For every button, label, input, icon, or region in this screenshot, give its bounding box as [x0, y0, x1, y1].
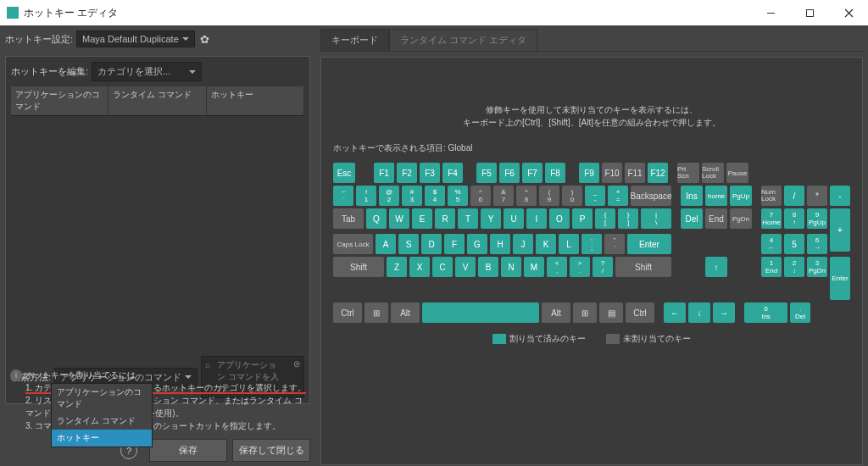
key-caps[interactable]: Caps Lock: [333, 234, 373, 254]
key-up[interactable]: ↑: [705, 257, 727, 277]
save-button[interactable]: 保存: [149, 439, 227, 462]
key-n[interactable]: N: [501, 257, 521, 277]
key-f12[interactable]: F12: [648, 163, 668, 183]
key-left[interactable]: ←: [664, 302, 686, 323]
key-r[interactable]: R: [435, 208, 455, 229]
dropdown-opt-runtime[interactable]: ランタイム コマンド: [52, 413, 152, 430]
key-1[interactable]: !1: [356, 186, 376, 206]
key-lctrl[interactable]: Ctrl: [333, 302, 362, 323]
key-numlock[interactable]: Num Lock: [761, 186, 782, 206]
key-8[interactable]: *8: [516, 186, 537, 206]
key-0[interactable]: )0: [562, 186, 582, 206]
key-x[interactable]: X: [409, 257, 430, 277]
key-6[interactable]: ^6: [470, 186, 491, 206]
key-z[interactable]: Z: [387, 257, 407, 277]
key-space[interactable]: [422, 302, 539, 323]
key-rwin[interactable]: ⊞: [573, 302, 597, 323]
gear-icon[interactable]: ✿: [198, 32, 212, 46]
key-np9[interactable]: 9PgUp: [807, 208, 827, 229]
dropdown-opt-hotkey[interactable]: ホットキー: [52, 430, 152, 447]
key-equals[interactable]: +=: [608, 186, 628, 206]
key-3[interactable]: #3: [402, 186, 422, 206]
key-t[interactable]: T: [458, 208, 478, 229]
key-dot[interactable]: >.: [570, 257, 590, 277]
key-np0[interactable]: 0Ins: [744, 302, 787, 323]
key-pause[interactable]: Pause: [726, 163, 748, 183]
hotkey-set-select[interactable]: Maya Default Duplicate: [76, 31, 195, 47]
key-prtscn[interactable]: Prt Scn: [677, 163, 699, 183]
key-np-mul[interactable]: *: [807, 186, 827, 206]
key-f1[interactable]: F1: [374, 163, 394, 183]
key-w[interactable]: W: [389, 208, 409, 229]
col-runtime[interactable]: ランタイム コマンド: [108, 86, 206, 115]
key-a[interactable]: A: [376, 234, 396, 254]
key-9[interactable]: (9: [539, 186, 559, 206]
search-by-dropdown[interactable]: アプリケーションのコマンド ランタイム コマンド ホットキー: [51, 383, 153, 447]
key-rctrl[interactable]: Ctrl: [626, 302, 654, 323]
key-s[interactable]: S: [398, 234, 419, 254]
key-i[interactable]: I: [526, 208, 547, 229]
key-f8[interactable]: F8: [545, 163, 565, 183]
key-l[interactable]: L: [559, 234, 579, 254]
key-end[interactable]: End: [705, 208, 727, 229]
key-semi[interactable]: :;: [581, 234, 602, 254]
tab-keyboard[interactable]: キーボード: [320, 29, 389, 51]
key-d[interactable]: D: [421, 234, 442, 254]
key-lshift[interactable]: Shift: [333, 257, 384, 277]
key-f3[interactable]: F3: [420, 163, 440, 183]
key-lwin[interactable]: ⊞: [364, 302, 388, 323]
maximize-button[interactable]: [790, 0, 829, 25]
minimize-button[interactable]: [751, 0, 790, 25]
key-j[interactable]: J: [513, 234, 533, 254]
key-u[interactable]: U: [504, 208, 524, 229]
key-2[interactable]: @2: [379, 186, 399, 206]
key-f6[interactable]: F6: [499, 163, 520, 183]
key-tilde[interactable]: ~`: [333, 186, 353, 206]
key-scroll[interactable]: Scroll Lock: [702, 163, 724, 183]
clear-icon[interactable]: ⊘: [293, 359, 300, 369]
key-f4[interactable]: F4: [442, 163, 463, 183]
key-np5[interactable]: 5: [784, 234, 804, 254]
key-lbracket[interactable]: {[: [595, 208, 615, 229]
key-pgup[interactable]: PgUp: [730, 186, 752, 206]
key-f5[interactable]: F5: [476, 163, 497, 183]
key-b[interactable]: B: [478, 257, 498, 277]
key-e[interactable]: E: [412, 208, 432, 229]
dropdown-opt-app[interactable]: アプリケーションのコマンド: [52, 384, 152, 413]
close-button[interactable]: [829, 0, 868, 25]
key-np6[interactable]: 6→: [807, 234, 827, 254]
key-f7[interactable]: F7: [522, 163, 542, 183]
key-enter[interactable]: Enter: [627, 234, 671, 254]
key-lalt[interactable]: Alt: [391, 302, 420, 323]
key-quote[interactable]: "': [604, 234, 625, 254]
key-k[interactable]: K: [536, 234, 556, 254]
key-y[interactable]: Y: [481, 208, 501, 229]
key-rbracket[interactable]: }]: [618, 208, 638, 229]
key-g[interactable]: G: [467, 234, 487, 254]
key-slash[interactable]: ?/: [593, 257, 613, 277]
col-app[interactable]: アプリケーションのコマンド: [11, 86, 108, 115]
key-backslash[interactable]: |\: [641, 208, 671, 229]
key-rshift[interactable]: Shift: [615, 257, 671, 277]
save-close-button[interactable]: 保存して閉じる: [232, 439, 310, 462]
key-q[interactable]: Q: [366, 208, 387, 229]
key-o[interactable]: O: [549, 208, 570, 229]
key-tab[interactable]: Tab: [333, 208, 364, 229]
key-backspace[interactable]: Backspace: [631, 186, 671, 206]
key-del[interactable]: Del: [681, 208, 703, 229]
key-ralt[interactable]: Alt: [542, 302, 570, 323]
col-hotkey[interactable]: ホットキー: [207, 86, 304, 115]
key-np-sub[interactable]: -: [830, 186, 850, 206]
key-np8[interactable]: 8↑: [784, 208, 804, 229]
key-np4[interactable]: 4←: [761, 234, 782, 254]
key-np7[interactable]: 7Home: [761, 208, 782, 229]
key-h[interactable]: H: [490, 234, 510, 254]
key-5[interactable]: %5: [448, 186, 468, 206]
key-np-enter[interactable]: Enter: [830, 257, 850, 300]
key-np1[interactable]: 1End: [761, 257, 782, 277]
key-np-div[interactable]: /: [784, 186, 804, 206]
key-esc[interactable]: Esc: [333, 163, 355, 183]
key-npdot[interactable]: .Del: [790, 302, 810, 323]
key-home[interactable]: home: [705, 186, 727, 206]
key-minus[interactable]: _-: [585, 186, 605, 206]
